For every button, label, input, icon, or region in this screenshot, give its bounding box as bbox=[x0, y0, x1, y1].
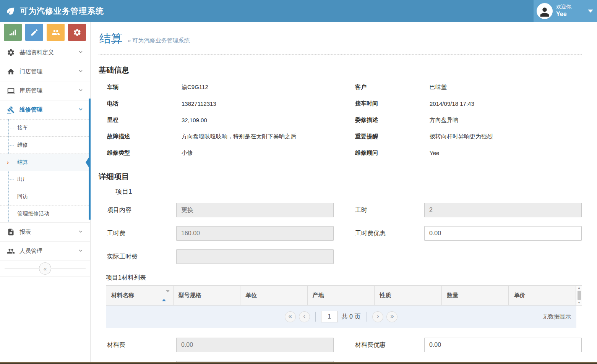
column-header-material-name[interactable]: 材料名称 bbox=[106, 286, 174, 305]
actual-labor-fee-row: 实际工时费 bbox=[107, 249, 334, 264]
scrollbar-thumb[interactable] bbox=[578, 291, 581, 300]
column-header-unit: 单位 bbox=[240, 286, 308, 305]
sidebar-item-reports[interactable]: 报表 bbox=[0, 222, 90, 241]
field-label: 维修顾问 bbox=[355, 149, 430, 157]
column-header-origin: 产地 bbox=[308, 286, 375, 305]
field-label: 工时费优惠 bbox=[355, 230, 424, 238]
sidebar-collapse-row: « bbox=[0, 260, 90, 277]
labor-discount-input[interactable] bbox=[424, 226, 582, 241]
gavel-icon bbox=[6, 106, 16, 114]
sidebar: 基础资料定义 门店管理 库房管理 维修管理 接车 维修 › 结算 bbox=[0, 22, 91, 364]
field-value: 小修 bbox=[182, 149, 193, 157]
chevron-down-icon bbox=[77, 247, 84, 256]
sidebar-item-repair-mgmt[interactable]: 维修管理 bbox=[0, 100, 90, 119]
field-label: 接车时间 bbox=[355, 100, 430, 107]
basic-info-right: 客户 巴味堂 接车时间 2014/09/18 17:43 委修描述 方向盘异响 … bbox=[355, 79, 582, 161]
info-row-commission-desc: 委修描述 方向盘异响 bbox=[355, 112, 582, 128]
basic-info-grid: 车辆 渝C9G112 电话 13827112313 里程 32,109.00 故… bbox=[99, 79, 582, 161]
chevron-down-icon bbox=[77, 106, 84, 114]
first-page-button[interactable]: « bbox=[285, 311, 296, 322]
sidebar-item-personnel-mgmt[interactable]: 人员管理 bbox=[0, 241, 90, 260]
gears-shortcut-button[interactable] bbox=[68, 24, 86, 41]
collapse-sidebar-button[interactable]: « bbox=[39, 262, 51, 275]
field-label: 材料费优惠 bbox=[355, 341, 424, 349]
material-discount-input[interactable] bbox=[424, 338, 582, 352]
detail-heading: 详细项目 bbox=[99, 171, 582, 182]
actual-labor-fee-input bbox=[176, 249, 334, 264]
info-row-receive-time: 接车时间 2014/09/18 17:43 bbox=[355, 95, 582, 112]
bar-chart-shortcut-button[interactable] bbox=[4, 24, 22, 41]
project-form: 项目内容 工时 工时费 工时费优惠 实际工时费 bbox=[99, 203, 582, 264]
labor-fee-input bbox=[176, 226, 334, 241]
field-label: 工时 bbox=[355, 206, 424, 214]
person-icon bbox=[538, 5, 551, 18]
sidebar-item-leave-factory[interactable]: 出厂 bbox=[0, 171, 90, 188]
empty-cell bbox=[355, 249, 582, 264]
chevron-down-icon bbox=[77, 49, 84, 57]
sort-icon[interactable] bbox=[162, 292, 170, 299]
sidebar-item-label: 报表 bbox=[19, 228, 77, 236]
column-header-quantity: 数量 bbox=[442, 286, 509, 305]
field-label: 电话 bbox=[107, 100, 182, 107]
info-row-advisor: 维修顾问 Yee bbox=[355, 145, 582, 161]
gears-icon bbox=[6, 49, 16, 57]
sidebar-item-warehouse-mgmt[interactable]: 库房管理 bbox=[0, 81, 90, 100]
last-page-button[interactable]: » bbox=[386, 311, 397, 322]
pager-separator bbox=[367, 312, 367, 322]
brand: 可为汽修业务管理系统 bbox=[0, 6, 104, 16]
sidebar-item-label: 门店管理 bbox=[19, 68, 77, 75]
repair-submenu: 接车 维修 › 结算 出厂 回访 管理维修活动 bbox=[0, 119, 90, 222]
project-content-row: 项目内容 bbox=[107, 203, 334, 217]
work-hours-input bbox=[424, 203, 582, 217]
sub-item-label: 接车 bbox=[17, 125, 28, 131]
page-title: 结算 bbox=[99, 31, 122, 47]
app-title: 可为汽修业务管理系统 bbox=[20, 6, 104, 16]
next-page-button[interactable]: › bbox=[372, 311, 383, 322]
field-value: 拨转向杆时异响更为强烈 bbox=[430, 133, 493, 140]
pager-separator bbox=[315, 312, 316, 322]
sidebar-item-receive-car[interactable]: 接车 bbox=[0, 119, 90, 136]
sidebar-item-store-mgmt[interactable]: 门店管理 bbox=[0, 62, 90, 81]
username: Yee bbox=[556, 10, 587, 18]
field-label: 重要提醒 bbox=[355, 133, 430, 140]
pencil-shortcut-button[interactable] bbox=[25, 24, 43, 41]
top-bar: 可为汽修业务管理系统 欢迎你, Yee bbox=[0, 0, 597, 22]
scroll-up-icon[interactable]: ▲ bbox=[578, 286, 581, 290]
page-number-input[interactable] bbox=[321, 311, 338, 322]
field-label: 材料费 bbox=[107, 341, 176, 349]
avatar bbox=[537, 3, 553, 19]
sidebar-item-repair[interactable]: 维修 bbox=[0, 136, 90, 154]
home-icon bbox=[6, 68, 16, 76]
field-label: 里程 bbox=[107, 116, 182, 124]
project-title: 项目1 bbox=[115, 187, 582, 196]
field-label: 项目内容 bbox=[107, 206, 176, 214]
column-header-unit-price: 单价 bbox=[509, 286, 576, 305]
material-fee-row: 材料费 bbox=[107, 338, 334, 352]
scroll-down-icon[interactable]: ▼ bbox=[578, 301, 581, 305]
fees-form: 材料费 材料费优惠 实际材料费 bbox=[99, 338, 582, 364]
sidebar-item-label: 库房管理 bbox=[19, 87, 77, 94]
user-greeting: 欢迎你, Yee bbox=[556, 4, 587, 18]
info-row-important-note: 重要提醒 拨转向杆时异响更为强烈 bbox=[355, 128, 582, 145]
sidebar-item-follow-up[interactable]: 回访 bbox=[0, 188, 90, 205]
field-value: 巴味堂 bbox=[430, 84, 447, 91]
prev-page-button[interactable]: ‹ bbox=[299, 311, 310, 322]
project-content-input bbox=[176, 203, 334, 217]
no-data-label: 无数据显示 bbox=[542, 313, 571, 320]
sidebar-item-basic-data[interactable]: 基础资料定义 bbox=[0, 43, 90, 62]
basic-info-heading: 基础信息 bbox=[99, 65, 582, 75]
user-menu[interactable]: 欢迎你, Yee bbox=[534, 0, 597, 22]
field-label: 工时费 bbox=[107, 230, 176, 238]
column-header-nature: 性质 bbox=[375, 286, 442, 305]
table-scrollbar[interactable]: ▲ ▼ bbox=[576, 286, 582, 305]
chevron-down-icon bbox=[588, 10, 593, 13]
sidebar-item-label: 基础资料定义 bbox=[19, 49, 77, 56]
users-shortcut-button[interactable] bbox=[47, 24, 65, 41]
chevron-down-icon bbox=[77, 228, 84, 236]
field-value: 2014/09/18 17:43 bbox=[430, 100, 474, 107]
sidebar-item-settlement[interactable]: › 结算 bbox=[0, 154, 90, 171]
sidebar-item-repair-activities[interactable]: 管理维修活动 bbox=[0, 205, 90, 222]
laptop-icon bbox=[6, 87, 16, 95]
sidebar-item-label: 维修管理 bbox=[19, 106, 77, 113]
field-value: 渝C9G112 bbox=[182, 84, 208, 91]
